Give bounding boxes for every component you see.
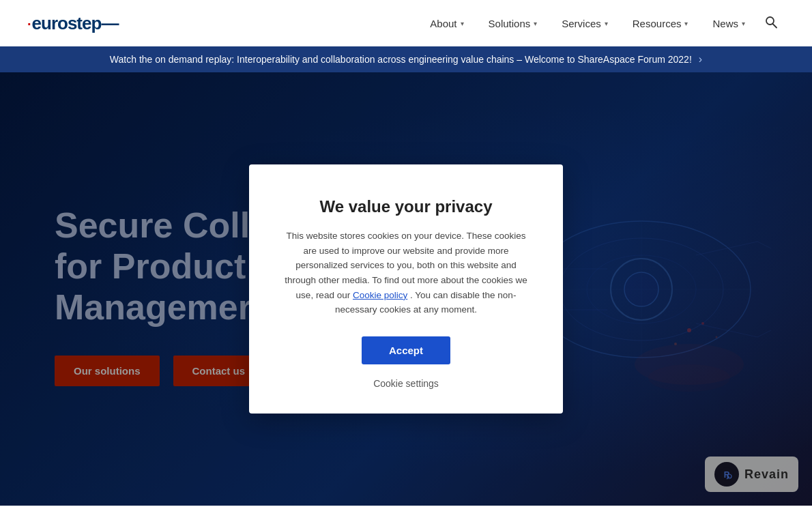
site-header: ·eurostep— About ▾ Solutions ▾ Services … [0,0,812,46]
search-button[interactable] [757,15,785,32]
logo-text: ·eurostep— [27,13,118,34]
nav-services[interactable]: Services ▾ [549,0,620,46]
chevron-down-icon: ▾ [684,20,688,27]
cookie-policy-link[interactable]: Cookie policy [353,290,407,300]
chevron-down-icon: ▾ [742,20,745,27]
banner-text: Watch the on demand replay: Interoperabi… [110,54,692,65]
modal-overlay: We value your privacy This website store… [0,72,812,506]
main-nav: About ▾ Solutions ▾ Services ▾ Resources… [418,0,785,46]
chevron-down-icon: ▾ [605,20,608,27]
privacy-modal: We value your privacy This website store… [249,164,563,414]
nav-about[interactable]: About ▾ [418,0,476,46]
modal-title: We value your privacy [282,197,530,216]
accept-button[interactable]: Accept [362,336,450,364]
nav-resources[interactable]: Resources ▾ [620,0,701,46]
logo[interactable]: ·eurostep— [27,13,118,34]
announcement-banner[interactable]: Watch the on demand replay: Interoperabi… [0,46,812,72]
modal-body: This website stores cookies on your devi… [282,229,530,317]
chevron-down-icon: ▾ [534,20,537,27]
hero-section: Secure Collafor ProductManagemer Our sol… [0,72,812,506]
banner-arrow-icon: › [699,53,702,66]
nav-news[interactable]: News ▾ [700,0,757,46]
svg-line-1 [773,24,777,28]
cookie-settings-button[interactable]: Cookie settings [282,378,530,389]
nav-solutions[interactable]: Solutions ▾ [476,0,550,46]
chevron-down-icon: ▾ [461,20,464,27]
